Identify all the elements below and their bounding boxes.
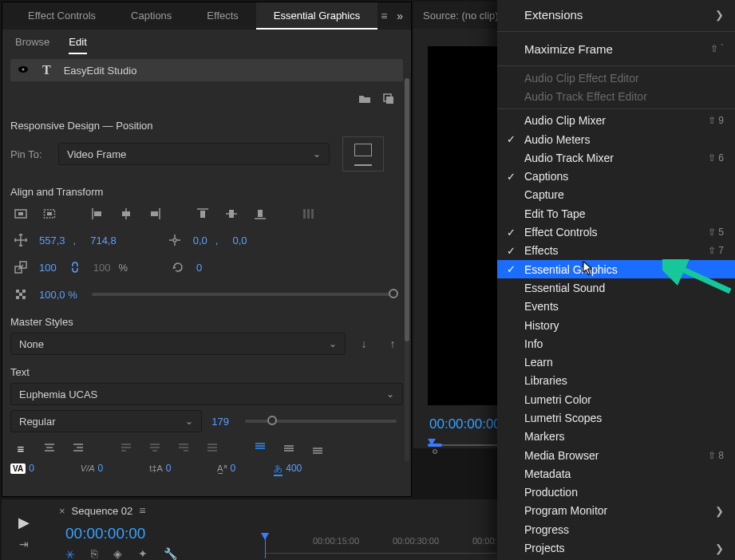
add-marker-icon[interactable]: ✦ (138, 547, 148, 560)
insert-icon[interactable]: ⇥ (19, 538, 29, 550)
baseline-value[interactable]: 0 (231, 463, 236, 474)
sequence-menu-icon[interactable]: ≡ (139, 504, 145, 517)
menu-item-lumetri-scopes[interactable]: Lumetri Scopes (497, 408, 735, 427)
timeline-playhead-icon[interactable] (265, 534, 266, 558)
master-style-select[interactable]: None ⌄ (10, 333, 346, 355)
pin-edges-widget[interactable] (342, 136, 384, 172)
align-left-icon[interactable] (87, 204, 108, 223)
menu-extensions[interactable]: Extensions❯ (497, 0, 735, 29)
align-to-selection-icon[interactable] (39, 204, 60, 223)
scale-icon[interactable] (10, 258, 31, 277)
font-size-value[interactable]: 179 (211, 416, 229, 428)
menu-item-libraries[interactable]: Libraries (497, 372, 735, 390)
align-hcenter-icon[interactable] (116, 204, 136, 223)
opacity-icon[interactable] (10, 285, 31, 304)
settings-icon[interactable]: 🔧 (164, 547, 177, 560)
visibility-toggle-icon[interactable] (17, 63, 30, 78)
new-layer-icon[interactable] (382, 93, 395, 110)
text-align-center-icon[interactable] (39, 439, 60, 458)
panel-scrollbar[interactable] (405, 78, 409, 461)
text-layer-row[interactable]: T EasyEdit Studio (10, 59, 403, 81)
align-vcenter-icon[interactable] (221, 204, 242, 223)
opacity-value[interactable]: 100,0 % (39, 289, 77, 301)
position-y-value[interactable]: 714,8 (90, 235, 117, 246)
menu-item-projects[interactable]: Projects❯ (497, 538, 735, 557)
align-top-icon[interactable] (192, 204, 213, 223)
distribute-icon[interactable] (298, 204, 318, 223)
position-icon[interactable] (10, 231, 31, 250)
marker-icon[interactable]: ◈ (113, 547, 122, 560)
menu-item-progress[interactable]: Progress (497, 520, 735, 538)
menu-item-lumetri-color[interactable]: Lumetri Color (497, 390, 735, 408)
text-justify-last-center-icon[interactable] (144, 439, 165, 458)
position-x-value[interactable]: 557,3 (39, 235, 65, 246)
menu-item-history[interactable]: History (497, 316, 735, 334)
constrain-proportions-icon[interactable] (65, 258, 85, 277)
menu-item-audio-clip-mixer[interactable]: Audio Clip Mixer⇧ 9 (497, 112, 735, 130)
new-group-icon[interactable] (358, 93, 371, 110)
font-family-select[interactable]: Euphemia UCAS ⌄ (10, 383, 403, 405)
menu-item-program-monitor[interactable]: Program Monitor❯ (497, 502, 735, 520)
anchor-y-value[interactable]: 0,0 (232, 235, 247, 246)
tab-effect-controls[interactable]: Effect Controls (10, 2, 113, 30)
push-style-down-icon[interactable]: ↓ (354, 334, 374, 353)
menu-item-captions[interactable]: ✓Captions (497, 167, 735, 185)
opacity-slider[interactable] (92, 293, 397, 296)
menu-item-markers[interactable]: Markers (497, 428, 735, 446)
menu-item-effects[interactable]: ✓Effects⇧ 7 (497, 242, 735, 260)
anchor-x-value[interactable]: 0,0 (193, 235, 207, 246)
leading-value[interactable]: 0 (166, 463, 172, 474)
menu-item-learn[interactable]: Learn (497, 353, 735, 371)
subtab-edit[interactable]: Edit (69, 36, 86, 54)
font-weight-select[interactable]: Regular ⌄ (10, 410, 202, 432)
menu-item-audio-meters[interactable]: ✓Audio Meters (497, 130, 735, 148)
vertical-align-middle-icon[interactable] (279, 439, 299, 458)
align-bottom-icon[interactable] (250, 204, 271, 223)
scale-w-value[interactable]: 100 (39, 262, 57, 274)
menu-maximize-frame[interactable]: Maximize Frame⇧ ` (497, 34, 735, 63)
text-justify-last-right-icon[interactable] (173, 439, 194, 458)
vertical-align-bottom-icon[interactable] (307, 439, 328, 458)
menu-item-effect-controls[interactable]: ✓Effect Controls⇧ 5 (497, 223, 735, 241)
rotation-icon[interactable] (168, 258, 188, 277)
snap-icon[interactable]: ⚹ (65, 547, 75, 560)
tab-effects[interactable]: Effects (189, 2, 256, 30)
source-tab-label[interactable]: Source: (no clip) (423, 10, 499, 22)
kerning-value[interactable]: 0 (29, 463, 34, 474)
tracking-value[interactable]: 0 (98, 463, 104, 474)
source-timecode-value[interactable]: 00:00:00:00 (429, 416, 501, 432)
close-sequence-icon[interactable]: × (59, 505, 65, 517)
timeline-timecode-value[interactable]: 00:00:00:00 (65, 525, 145, 542)
text-justify-all-icon[interactable] (202, 439, 223, 458)
anchor-point-icon[interactable] (164, 231, 185, 250)
timeline-option-icons: ⚹ ⎘ ◈ ✦ 🔧 (65, 547, 177, 560)
sequence-tab[interactable]: × Sequence 02 ≡ (59, 504, 145, 517)
menu-item-metadata[interactable]: Metadata (497, 464, 735, 483)
menu-item-edit-to-tape[interactable]: Edit To Tape (497, 204, 735, 223)
align-to-frame-icon[interactable] (10, 204, 31, 223)
menu-item-info[interactable]: Info (497, 334, 735, 353)
text-align-left-icon[interactable]: ≡ (10, 439, 31, 458)
text-justify-last-left-icon[interactable] (116, 439, 136, 458)
scale-h-value[interactable]: 100 (93, 262, 111, 274)
text-align-right-icon[interactable] (68, 439, 89, 458)
tab-captions[interactable]: Captions (113, 2, 189, 30)
align-right-icon[interactable] (144, 204, 165, 223)
push-style-up-icon[interactable]: ↑ (382, 334, 403, 353)
tab-essential-graphics[interactable]: Essential Graphics (256, 2, 377, 30)
expand-panel-icon[interactable]: » (397, 10, 403, 22)
source-playhead-icon[interactable] (428, 439, 436, 450)
panel-menu-icon[interactable]: ≡ (381, 10, 387, 22)
menu-item-media-browser[interactable]: Media Browser⇧ 8 (497, 446, 735, 464)
rotation-value[interactable]: 0 (196, 262, 202, 274)
menu-item-audio-track-mixer[interactable]: Audio Track Mixer⇧ 6 (497, 148, 735, 167)
tsume-value[interactable]: 400 (286, 463, 302, 474)
linked-selection-icon[interactable]: ⎘ (91, 547, 97, 560)
menu-item-production[interactable]: Production (497, 483, 735, 502)
font-size-slider[interactable] (245, 420, 397, 423)
pin-to-select[interactable]: Video Frame ⌄ (58, 143, 330, 165)
play-icon[interactable]: ▶ (18, 514, 30, 531)
menu-item-capture[interactable]: Capture (497, 186, 735, 204)
subtab-browse[interactable]: Browse (15, 36, 49, 54)
vertical-align-top-icon[interactable] (250, 439, 271, 458)
